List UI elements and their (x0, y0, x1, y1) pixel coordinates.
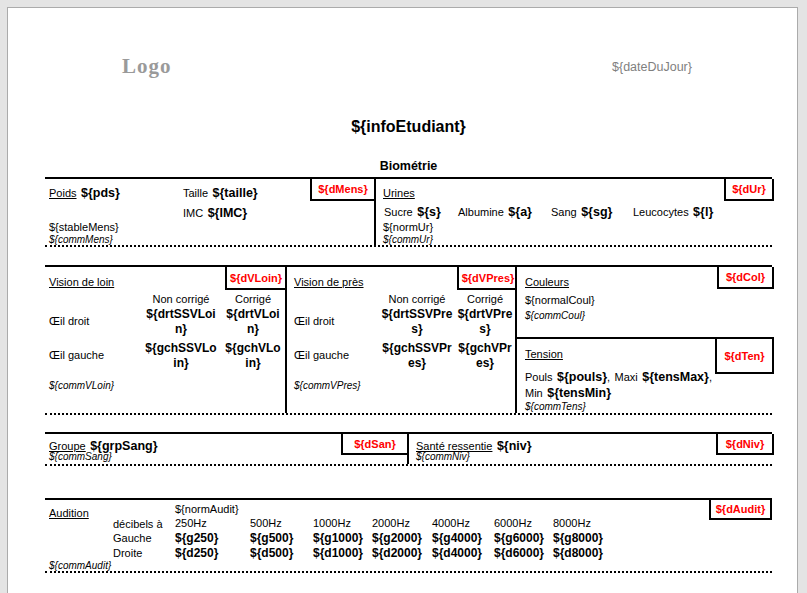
table-sang-sante: Groupe ${grpSang} ${dSan} ${commSang} Sa… (45, 432, 772, 466)
vpres-oeil-droit-label: Œil droit (294, 315, 334, 327)
imc-label: IMC (183, 207, 203, 219)
droite-label: Droite (113, 547, 142, 559)
mensurations-cell: Poids ${pds} Taille ${taille} IMC ${IMC}… (45, 179, 374, 245)
d250-placeholder: ${d250} (175, 546, 218, 560)
comm-vpres-placeholder: ${commVPres} (294, 380, 361, 391)
tensmax-placeholder: ${tensMax} (642, 370, 709, 384)
vpres-col-noncorrige: Non corrigé (380, 293, 454, 305)
audition-title: Audition (49, 503, 89, 521)
albumine-label: Albumine (458, 206, 504, 218)
d1000-placeholder: ${d1000} (313, 546, 363, 560)
table-vision: Vision de loin ${dVLoin} Non corrigé Cor… (45, 265, 772, 415)
vision-pres-cell: Vision de près ${dVPres} Non corrigé Cor… (285, 267, 517, 413)
flag-dur: ${dUr} (724, 179, 774, 201)
freq-250: 250Hz (175, 517, 207, 529)
maxi-label: Maxi (615, 371, 638, 383)
couleurs-cell: Couleurs ${dCol} ${normalCoul} ${commCou… (517, 267, 774, 339)
date-placeholder: ${dateDuJour} (612, 60, 692, 74)
normal-coul-placeholder: ${normalCoul} (525, 294, 595, 306)
poids-placeholder: ${pds} (81, 186, 120, 200)
freq-6000: 6000Hz (494, 517, 532, 529)
d6000-placeholder: ${d6000} (494, 546, 544, 560)
taille-label: Taille (183, 187, 208, 199)
pouls-label: Pouls (525, 371, 553, 383)
freq-2000: 2000Hz (372, 517, 410, 529)
taille-line: Taille ${taille} (183, 183, 258, 201)
imc-line: IMC ${IMC} (183, 203, 247, 221)
gauche-label: Gauche (113, 532, 152, 544)
g4000-placeholder: ${g4000} (432, 531, 482, 545)
couleurs-tension-cell: Couleurs ${dCol} ${normalCoul} ${commCou… (515, 267, 774, 413)
poids-line: Poids ${pds} (49, 183, 120, 201)
freq-4000: 4000Hz (432, 517, 470, 529)
vpres-droit-sans-placeholder: ${drtSSVPres} (380, 307, 454, 337)
pouls-placeholder: ${pouls} (557, 370, 607, 384)
comm-tens-placeholder: ${commTens} (525, 401, 586, 412)
taille-placeholder: ${taille} (213, 186, 258, 200)
comm-vloin-placeholder: ${commVLoin} (49, 380, 114, 391)
sang-placeholder: ${sg} (581, 205, 612, 219)
document-page: Logo ${dateDuJour} ${infoEtudiant} Biomé… (7, 7, 798, 593)
sep-1: , (607, 371, 610, 383)
g250-placeholder: ${g250} (175, 531, 218, 545)
logo-text: Logo (122, 54, 172, 79)
niv-placeholder: ${niv} (497, 439, 532, 453)
d4000-placeholder: ${d4000} (432, 546, 482, 560)
vpres-col-corrige: Corrigé (457, 293, 513, 305)
table-mensurations-urines: Poids ${pds} Taille ${taille} IMC ${IMC}… (45, 177, 772, 247)
flag-dsan: ${dSan} (341, 434, 407, 455)
g2000-placeholder: ${g2000} (372, 531, 422, 545)
flag-daudit: ${dAudit} (709, 500, 772, 520)
vpres-gauche-sans-placeholder: ${gchSSVPres} (380, 341, 454, 371)
urines-title: Urines (383, 183, 415, 201)
vloin-gauche-corrige-placeholder: ${gchVLoin} (225, 341, 281, 371)
student-info-placeholder: ${infoEtudiant} (45, 118, 772, 136)
stable-mens-placeholder: ${stableMens} (49, 221, 119, 233)
comm-coul-placeholder: ${commCoul} (525, 310, 585, 321)
vloin-droit-sans-placeholder: ${drtSSVLoin} (145, 307, 217, 337)
vloin-droit-corrige-placeholder: ${drtVLoin} (225, 307, 281, 337)
leucocytes-placeholder: ${l} (693, 205, 713, 219)
sucre-placeholder: ${s} (417, 205, 441, 219)
comm-ur-placeholder: ${commUr} (383, 234, 433, 245)
g500-placeholder: ${g500} (250, 531, 293, 545)
min-label: Min (525, 387, 543, 399)
flag-dcol: ${dCol} (717, 267, 774, 289)
vloin-col-noncorrige: Non corrigé (145, 293, 217, 305)
g6000-placeholder: ${g6000} (494, 531, 544, 545)
tension-line-2: Min ${tensMin} (525, 383, 611, 401)
tension-cell: Tension ${dTen} Pouls ${pouls}, Maxi ${t… (517, 339, 774, 413)
comm-niv-placeholder: ${commNiv} (416, 451, 470, 462)
vision-loin-cell: Vision de loin ${dVLoin} Non corrigé Cor… (45, 267, 285, 413)
groupe-sang-cell: Groupe ${grpSang} ${dSan} ${commSang} (45, 434, 407, 464)
urines-item-sang: Sang ${sg} (551, 202, 612, 220)
d8000-placeholder: ${d8000} (553, 546, 603, 560)
sante-cell: Santé ressentie ${niv} ${dNiv} ${commNiv… (407, 434, 774, 464)
comm-audit-placeholder: ${commAudit} (49, 560, 111, 571)
tensmin-placeholder: ${tensMin} (547, 386, 611, 400)
d500-placeholder: ${d500} (250, 546, 293, 560)
vpres-droit-corrige-placeholder: ${drtVPres} (457, 307, 513, 337)
urines-cell: Urines Sucre ${s} Albumine ${a} Sang ${s… (374, 179, 774, 245)
norm-audit-placeholder: ${normAudit} (175, 503, 239, 515)
decibels-label: décibels à (113, 518, 163, 530)
freq-8000: 8000Hz (553, 517, 591, 529)
tension-title: Tension (525, 344, 563, 362)
flag-dvpres: ${dVPres} (457, 267, 517, 290)
vpres-gauche-corrige-placeholder: ${gchVPres} (457, 341, 513, 371)
vision-pres-title: Vision de près (294, 272, 364, 290)
freq-1000: 1000Hz (313, 517, 351, 529)
flag-dniv: ${dNiv} (716, 434, 774, 455)
leucocytes-label: Leucocytes (633, 206, 689, 218)
norm-ur-placeholder: ${normUr} (383, 221, 433, 233)
freq-500: 500Hz (250, 517, 282, 529)
vision-loin-title: Vision de loin (49, 272, 114, 290)
vloin-oeil-droit-label: Œil droit (49, 315, 89, 327)
comm-sang-placeholder: ${commSang} (49, 451, 112, 462)
urines-item-sucre: Sucre ${s} (384, 202, 441, 220)
flag-dmens: ${dMens} (310, 179, 374, 201)
couleurs-title: Couleurs (525, 272, 569, 290)
vloin-oeil-gauche-label: Œil gauche (49, 349, 104, 361)
comm-mens-placeholder: ${commMens} (49, 234, 113, 245)
section-title-biometrie: Biométrie (45, 159, 772, 173)
